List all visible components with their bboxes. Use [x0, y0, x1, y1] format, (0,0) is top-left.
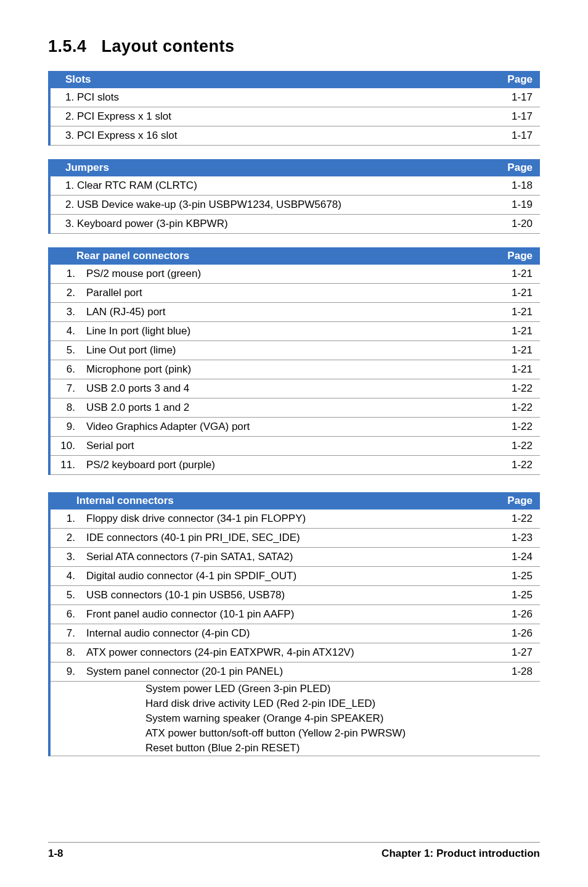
row-number: 3.	[49, 548, 78, 567]
footer-page-number: 1-8	[48, 848, 63, 860]
subrow-label: System power LED (Green 3-pin PLED)	[78, 682, 540, 697]
row-label: Microphone port (pink)	[78, 360, 491, 379]
row-label: IDE connectors (40-1 pin PRI_IDE, SEC_ID…	[78, 529, 491, 548]
row-label: Front panel audio connector (10-1 pin AA…	[78, 605, 491, 624]
table-subrow: System power LED (Green 3-pin PLED)	[49, 682, 540, 697]
table-row: 1.PS/2 mouse port (green)1-21	[49, 265, 540, 284]
table-subrow: System warning speaker (Orange 4-pin SPE…	[49, 711, 540, 726]
row-page: 1-28	[491, 662, 540, 682]
internal-header-name: Internal connectors	[49, 492, 491, 510]
row-number: 9.	[49, 662, 78, 682]
row-label: USB 2.0 ports 3 and 4	[78, 379, 491, 398]
rear-connectors-table: Rear panel connectors Page 1.PS/2 mouse …	[48, 247, 540, 475]
section-heading: 1.5.4 Layout contents	[48, 37, 540, 56]
slots-row-label: 1. PCI slots	[49, 88, 491, 107]
row-number: 1.	[49, 265, 78, 284]
table-row: 3. Keyboard power (3-pin KBPWR) 1-20	[49, 215, 540, 234]
table-row: 8.ATX power connectors (24-pin EATXPWR, …	[49, 643, 540, 662]
table-row: 4.Line In port (light blue)1-21	[49, 322, 540, 341]
table-row: 11.PS/2 keyboard port (purple)1-22	[49, 456, 540, 475]
slots-row-label: 3. PCI Express x 16 slot	[49, 126, 491, 146]
table-row: 6.Microphone port (pink)1-21	[49, 360, 540, 379]
row-number: 9.	[49, 418, 78, 437]
jumpers-row-label: 1. Clear RTC RAM (CLRTC)	[49, 176, 491, 196]
row-label: PS/2 keyboard port (purple)	[78, 456, 491, 475]
row-number: 4.	[49, 567, 78, 586]
table-row: 7.USB 2.0 ports 3 and 41-22	[49, 379, 540, 398]
subrow-spacer	[49, 711, 78, 726]
row-page: 1-22	[491, 456, 540, 475]
rear-header-page: Page	[491, 247, 540, 265]
subrow-spacer	[49, 726, 78, 741]
row-label: Line Out port (lime)	[78, 341, 491, 360]
row-label: Serial ATA connectors (7-pin SATA1, SATA…	[78, 548, 491, 567]
row-page: 1-26	[491, 605, 540, 624]
row-label: Digital audio connector (4-1 pin SPDIF_O…	[78, 567, 491, 586]
table-row: 8.USB 2.0 ports 1 and 21-22	[49, 398, 540, 418]
row-label: Floppy disk drive connector (34-1 pin FL…	[78, 510, 491, 529]
subrow-label: Hard disk drive activity LED (Red 2-pin …	[78, 696, 540, 711]
subrow-spacer	[49, 741, 78, 756]
jumpers-header-page: Page	[491, 159, 540, 176]
internal-header-page: Page	[491, 492, 540, 510]
row-number: 5.	[49, 341, 78, 360]
jumpers-row-page: 1-19	[491, 196, 540, 215]
slots-row-label: 2. PCI Express x 1 slot	[49, 107, 491, 126]
row-number: 7.	[49, 379, 78, 398]
row-page: 1-22	[491, 437, 540, 456]
rear-header-name: Rear panel connectors	[49, 247, 491, 265]
row-page: 1-27	[491, 643, 540, 662]
table-row: 2.Parallel port1-21	[49, 284, 540, 303]
table-subrow: Hard disk drive activity LED (Red 2-pin …	[49, 696, 540, 711]
row-label: ATX power connectors (24-pin EATXPWR, 4-…	[78, 643, 491, 662]
subrow-spacer	[49, 682, 78, 697]
page-footer: 1-8 Chapter 1: Product introduction	[48, 842, 540, 860]
row-number: 11.	[49, 456, 78, 475]
subrow-label: ATX power button/soft-off button (Yellow…	[78, 726, 540, 741]
jumpers-table: Jumpers Page 1. Clear RTC RAM (CLRTC) 1-…	[48, 159, 540, 234]
row-number: 2.	[49, 284, 78, 303]
section-number: 1.5.4	[48, 37, 87, 56]
row-page: 1-22	[491, 398, 540, 418]
row-number: 2.	[49, 529, 78, 548]
row-page: 1-25	[491, 567, 540, 586]
row-number: 4.	[49, 322, 78, 341]
table-subrow: Reset button (Blue 2-pin RESET)	[49, 741, 540, 756]
row-label: LAN (RJ-45) port	[78, 303, 491, 322]
row-page: 1-26	[491, 624, 540, 643]
jumpers-row-label: 2. USB Device wake-up (3-pin USBPW1234, …	[49, 196, 491, 215]
row-page: 1-25	[491, 586, 540, 605]
row-label: USB 2.0 ports 1 and 2	[78, 398, 491, 418]
table-row: 1. PCI slots 1-17	[49, 88, 540, 107]
row-number: 5.	[49, 586, 78, 605]
footer-chapter-title: Chapter 1: Product introduction	[382, 848, 540, 860]
row-label: Serial port	[78, 437, 491, 456]
section-title-text: Layout contents	[102, 37, 235, 56]
row-page: 1-21	[491, 341, 540, 360]
page-content: 1.5.4 Layout contents Slots Page 1. PCI …	[0, 0, 588, 756]
jumpers-row-page: 1-18	[491, 176, 540, 196]
row-number: 8.	[49, 643, 78, 662]
jumpers-row-page: 1-20	[491, 215, 540, 234]
jumpers-row-label: 3. Keyboard power (3-pin KBPWR)	[49, 215, 491, 234]
row-page: 1-21	[491, 360, 540, 379]
row-number: 8.	[49, 398, 78, 418]
row-label: Video Graphics Adapter (VGA) port	[78, 418, 491, 437]
table-row: 5.USB connectors (10-1 pin USB56, USB78)…	[49, 586, 540, 605]
internal-connectors-table: Internal connectors Page 1.Floppy disk d…	[48, 492, 540, 756]
table-row: 4.Digital audio connector (4-1 pin SPDIF…	[49, 567, 540, 586]
table-row: 9.System panel connector (20-1 pin PANEL…	[49, 662, 540, 682]
table-row: 3.LAN (RJ-45) port1-21	[49, 303, 540, 322]
table-row: 10.Serial port1-22	[49, 437, 540, 456]
row-page: 1-21	[491, 303, 540, 322]
row-label: Line In port (light blue)	[78, 322, 491, 341]
table-row: 6.Front panel audio connector (10-1 pin …	[49, 605, 540, 624]
row-number: 7.	[49, 624, 78, 643]
slots-header-name: Slots	[49, 71, 491, 88]
row-label: USB connectors (10-1 pin USB56, USB78)	[78, 586, 491, 605]
table-row: 1.Floppy disk drive connector (34-1 pin …	[49, 510, 540, 529]
row-number: 6.	[49, 605, 78, 624]
table-row: 9.Video Graphics Adapter (VGA) port1-22	[49, 418, 540, 437]
subrow-spacer	[49, 696, 78, 711]
slots-row-page: 1-17	[491, 88, 540, 107]
